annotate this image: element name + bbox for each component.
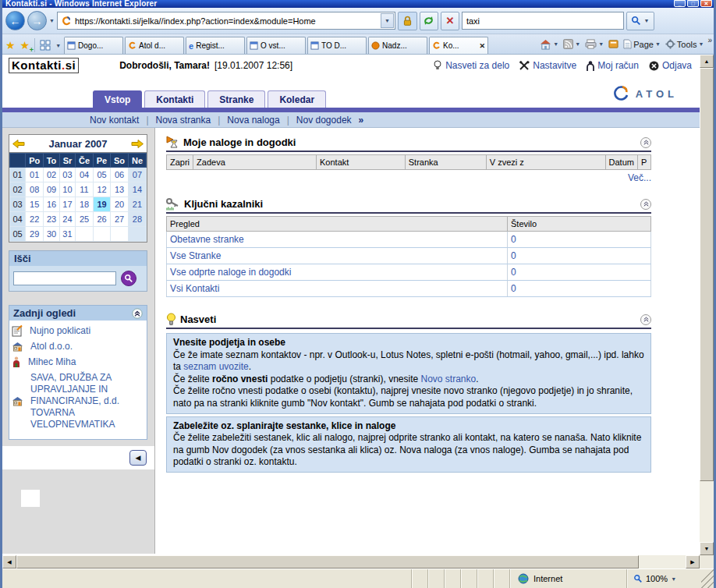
subnav-nova-stranka[interactable]: Nova stranka — [156, 115, 211, 126]
forward-button[interactable]: → — [27, 11, 47, 30]
search-input[interactable]: taxi — [462, 12, 624, 30]
tab-list-dropdown[interactable]: ▼ — [54, 37, 62, 54]
browser-tab-5[interactable]: TO D... — [307, 37, 367, 54]
subnav-nov-kontakt[interactable]: Nov kontakt — [90, 115, 139, 126]
calendar-day[interactable]: 10 — [59, 182, 75, 197]
scroll-down-button[interactable]: ▼ — [700, 542, 714, 555]
calendar-day[interactable]: 31 — [59, 227, 75, 242]
browser-tab-1[interactable]: Dogo... — [64, 37, 123, 54]
sidebar-search-input[interactable] — [13, 271, 116, 285]
back-button[interactable]: ← — [5, 11, 25, 30]
indicator-link[interactable]: Vse Stranke — [167, 248, 508, 264]
stop-button[interactable]: ✕ — [441, 12, 459, 30]
subnav-more-chevron[interactable]: » — [359, 115, 364, 126]
header-link-nastavitve[interactable]: Nastavitve — [519, 60, 576, 71]
calendar-day[interactable]: 23 — [44, 212, 60, 227]
scroll-up-button[interactable]: ▲ — [700, 55, 714, 68]
minimize-button[interactable]: _ — [674, 0, 686, 7]
tools-menu-button[interactable]: Tools ▼ — [665, 39, 705, 49]
add-favorite-icon[interactable]: ★+ — [19, 37, 32, 54]
tab-close-icon[interactable]: ✕ — [480, 42, 486, 50]
nav-tab-kontakti[interactable]: Kontakti — [144, 90, 205, 108]
scroll-right-button[interactable]: ▶ — [686, 555, 700, 569]
recent-item-company[interactable]: Atol d.o.o. — [12, 341, 144, 352]
zoom-dropdown[interactable]: ▼ — [671, 576, 676, 582]
history-dropdown[interactable]: ▼ — [49, 18, 55, 23]
maximize-button[interactable]: □ — [687, 0, 699, 7]
calendar-day[interactable]: 15 — [26, 197, 44, 212]
import-list-link[interactable]: seznam uvozite — [183, 361, 248, 372]
search-options-dropdown[interactable]: ▼ — [643, 18, 649, 23]
tasks-collapse-icon[interactable] — [640, 137, 651, 148]
calendar-day[interactable]: 12 — [94, 182, 111, 197]
calendar-next-icon[interactable] — [131, 140, 144, 148]
home-button[interactable]: ▼ — [539, 39, 559, 50]
site-logo[interactable]: Kontakti.si — [9, 58, 79, 73]
indicator-link[interactable]: Vse odprte naloge in dogodki — [167, 264, 508, 281]
browser-tab-4[interactable]: O vst... — [246, 37, 306, 54]
calendar-day-selected[interactable]: 19 — [94, 197, 111, 212]
address-bar[interactable]: https://kontakti.si/jelka//index.php?act… — [57, 12, 395, 30]
calendar-day[interactable]: 07 — [128, 168, 146, 182]
recent-item-company[interactable]: SAVA, DRUŽBA ZA UPRAVLJANJE IN FINANCIRA… — [12, 372, 144, 430]
recent-item-task[interactable]: Nujno poklicati — [12, 325, 144, 337]
calendar-day[interactable]: 06 — [111, 168, 129, 182]
scroll-left-button[interactable]: ◀ — [2, 555, 16, 569]
search-go-button[interactable]: ▼ — [626, 12, 654, 30]
calendar-day[interactable]: 24 — [59, 212, 75, 227]
calendar-day[interactable]: 20 — [111, 197, 129, 212]
browser-tab-2[interactable]: Atol d... — [125, 37, 184, 54]
new-client-link[interactable]: Novo stranko — [421, 374, 477, 384]
calendar-day[interactable]: 22 — [26, 212, 44, 227]
browser-tab-active[interactable]: Ko... ✕ — [429, 37, 488, 54]
calendar-day[interactable]: 16 — [44, 197, 60, 212]
calendar-day[interactable]: 18 — [76, 197, 94, 212]
nav-tab-koledar[interactable]: Koledar — [268, 90, 326, 108]
quick-tabs-icon[interactable] — [38, 37, 52, 54]
browser-tab-6[interactable]: Nadz... — [368, 37, 427, 54]
header-link-moj-racun[interactable]: Moj račun — [587, 60, 639, 71]
command-bar-overflow-chevron[interactable]: » — [707, 36, 712, 44]
url-dropdown[interactable]: ▼ — [381, 13, 394, 28]
calendar-day[interactable]: 28 — [128, 212, 146, 227]
calendar-prev-icon[interactable] — [12, 140, 25, 148]
horizontal-scrollbar[interactable]: ◀ ▶ — [2, 555, 714, 569]
calendar-day[interactable]: 14 — [128, 182, 146, 197]
favorites-star-icon[interactable]: ★ — [4, 37, 17, 54]
feeds-button[interactable]: ▼ — [562, 39, 581, 49]
indicator-link[interactable]: Obetavne stranke — [167, 232, 508, 248]
calendar-day[interactable]: 29 — [26, 227, 44, 242]
refresh-button[interactable] — [420, 12, 438, 30]
header-link-odjava[interactable]: Odjava — [649, 60, 692, 71]
calendar-day[interactable]: 03 — [59, 168, 75, 182]
recent-item-person[interactable]: Mihec Miha — [12, 356, 144, 368]
calendar-day[interactable]: 30 — [44, 227, 60, 242]
calendar-day[interactable]: 02 — [44, 168, 60, 182]
zoom-control[interactable]: 100% ▼ — [626, 569, 701, 588]
calendar-day[interactable]: 05 — [94, 168, 111, 182]
subnav-nova-naloga[interactable]: Nova naloga — [227, 115, 279, 126]
subnav-nov-dogodek[interactable]: Nov dogodek — [296, 115, 352, 126]
calendar-day[interactable]: 17 — [59, 197, 75, 212]
nav-tab-stranke[interactable]: Stranke — [207, 90, 265, 108]
horizontal-scroll-thumb[interactable] — [16, 555, 639, 569]
page-menu-button[interactable]: Page ▼ — [622, 39, 661, 49]
nav-tab-vstop[interactable]: Vstop — [93, 90, 142, 108]
calendar-day[interactable]: 26 — [94, 212, 111, 227]
extra-tool-icon[interactable] — [608, 39, 619, 49]
calendar-day[interactable]: 11 — [76, 182, 94, 197]
calendar-day[interactable]: 09 — [44, 182, 60, 197]
close-button[interactable]: ✕ — [700, 0, 712, 7]
indicators-collapse-icon[interactable] — [640, 199, 651, 210]
tasks-more-link[interactable]: Več... — [166, 172, 651, 183]
calendar-day[interactable]: 04 — [76, 168, 94, 182]
print-button[interactable]: ▼ — [584, 39, 604, 49]
calendar-day[interactable]: 25 — [76, 212, 94, 227]
resize-grip[interactable] — [701, 569, 714, 588]
calendar-day[interactable]: 08 — [26, 182, 44, 197]
security-lock-icon[interactable] — [398, 12, 417, 30]
sidebar-collapse-button[interactable]: ◀ — [129, 450, 147, 466]
calendar-day[interactable]: 13 — [111, 182, 129, 197]
collapse-chevron-icon[interactable] — [132, 308, 143, 319]
calendar-day[interactable]: 01 — [26, 168, 44, 182]
